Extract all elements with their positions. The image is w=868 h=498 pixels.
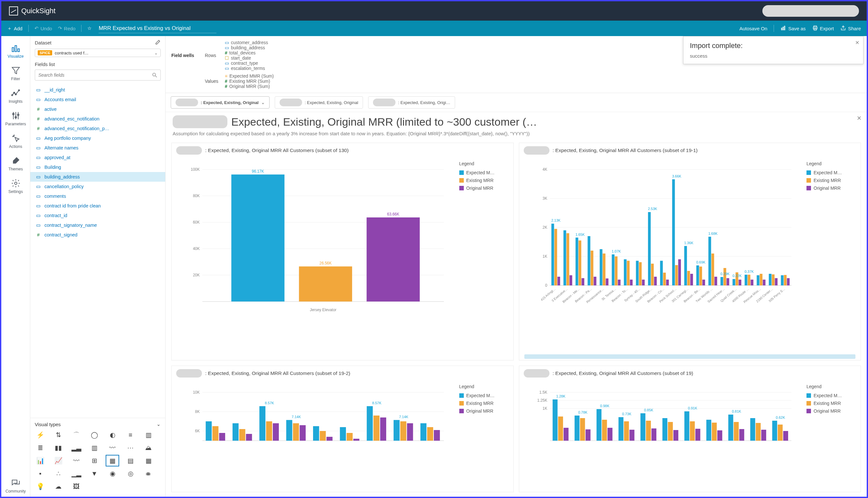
- field-__id_right[interactable]: ▭__id_right: [30, 85, 165, 95]
- horizontal-scrollbar[interactable]: [524, 354, 856, 359]
- visual-type-22[interactable]: ∴: [53, 469, 64, 478]
- field-Aeg-portfolio-company[interactable]: ▭Aeg portfolio company: [30, 133, 165, 143]
- sheet-tab-2[interactable]: : Expected, Existing, Origi…: [368, 96, 455, 108]
- rail-insights[interactable]: Insights: [1, 85, 30, 107]
- visual-type-7[interactable]: ≣: [35, 443, 46, 452]
- share-button[interactable]: Share: [840, 25, 861, 32]
- legend-item[interactable]: Expected M…: [806, 392, 855, 399]
- visual-type-11[interactable]: 〰: [107, 443, 118, 452]
- app-logo[interactable]: QuickSight: [9, 6, 55, 15]
- fieldwell-row-building_address[interactable]: ▭ building_address: [225, 45, 268, 50]
- field-contract_signed[interactable]: #contract_signed: [30, 230, 165, 240]
- chart-card-c4[interactable]: : Expected, Existing, Original MRR All C…: [519, 366, 861, 493]
- visual-type-27[interactable]: ⩩: [143, 469, 154, 478]
- visual-type-26[interactable]: ◎: [125, 469, 136, 478]
- fieldwell-value-2[interactable]: # Original MRR (Sum): [225, 84, 274, 89]
- rail-parameters[interactable]: Parameters: [1, 108, 30, 130]
- redo-button[interactable]: ↷ Redo: [58, 25, 76, 31]
- sheet-tab-1[interactable]: : Expected, Existing, Original: [275, 96, 363, 108]
- fieldwell-value-1[interactable]: # Existing MRR (Sum): [225, 79, 274, 84]
- field-Accounts-email[interactable]: ▭Accounts email: [30, 95, 165, 104]
- visual-type-17[interactable]: ⊞: [89, 456, 100, 465]
- visual-type-5[interactable]: ≡: [125, 430, 136, 440]
- visual-type-19[interactable]: ▤: [125, 456, 136, 465]
- visual-type-10[interactable]: ▥: [89, 443, 100, 452]
- field-contract-id-from-pride-clean[interactable]: ▭contract id from pride clean: [30, 201, 165, 211]
- visual-type-4[interactable]: ◐: [107, 430, 118, 440]
- chart-plot[interactable]: 20K40K60K80K100K96.17K26.56K63.66KJersey…: [175, 160, 455, 357]
- visual-type-15[interactable]: 📈: [53, 456, 64, 465]
- fieldwell-value-0[interactable]: ≡ Expected MMR (Sum): [225, 74, 274, 79]
- visual-type-18[interactable]: ▦: [107, 456, 118, 465]
- visual-type-6[interactable]: ▥: [143, 430, 154, 440]
- legend-item[interactable]: Existing MRR: [806, 176, 855, 184]
- legend-item[interactable]: Original MRR: [806, 407, 855, 415]
- rail-community[interactable]: Community: [1, 475, 30, 497]
- autosave-toggle[interactable]: Autosave On: [739, 26, 767, 31]
- analysis-title[interactable]: MRR Expected vs Existing vs Original: [98, 24, 216, 33]
- field-advanced_esc_notification[interactable]: #advanced_esc_notification: [30, 114, 165, 124]
- chevron-down-icon[interactable]: ⌄: [157, 421, 161, 427]
- chart-plot[interactable]: 1K1.25K1.5K1.28K0.78K0.98K0.73K0.85K0.91…: [523, 383, 802, 489]
- legend-item[interactable]: Expected M…: [459, 392, 508, 399]
- visual-type-3[interactable]: ◯: [89, 430, 100, 440]
- visual-type-23[interactable]: ▁▂: [71, 469, 82, 478]
- visual-type-30[interactable]: 🖼: [71, 482, 82, 491]
- field-contract_id[interactable]: ▭contract_id: [30, 211, 165, 220]
- save-as-button[interactable]: Save as: [780, 25, 805, 32]
- visual-type-1[interactable]: ⇅: [53, 430, 64, 440]
- field-building_address[interactable]: ▭building_address: [30, 172, 165, 182]
- field-comments[interactable]: ▭comments: [30, 191, 165, 201]
- legend-item[interactable]: Existing MRR: [806, 399, 855, 407]
- edit-dataset-button[interactable]: [155, 39, 161, 46]
- fieldwell-row-total_devices[interactable]: # total_devices: [225, 50, 268, 55]
- chart-plot[interactable]: 6K8K10K8.57K7.14K8.57K7.14K: [175, 383, 455, 489]
- visual-type-29[interactable]: ☁: [53, 482, 64, 491]
- legend-item[interactable]: Original MRR: [459, 184, 508, 192]
- sheet-tab-0[interactable]: : Expected, Existing, Original ⌄: [171, 96, 269, 108]
- visual-type-0[interactable]: ⚡: [35, 430, 46, 440]
- rail-actions[interactable]: Actions: [1, 130, 30, 152]
- undo-button[interactable]: ↶ Undo: [35, 25, 52, 31]
- star-icon[interactable]: ☆: [87, 25, 91, 31]
- visual-type-24[interactable]: ▼: [89, 469, 100, 478]
- visual-type-25[interactable]: ◉: [107, 469, 118, 478]
- dataset-selector[interactable]: SPICE contracts used f… ⌄: [35, 49, 161, 57]
- chart-card-c3[interactable]: : Expected, Existing, Original MRR All C…: [171, 366, 514, 493]
- field-Alternate-names[interactable]: ▭Alternate names: [30, 143, 165, 153]
- rail-settings[interactable]: Settings: [1, 175, 30, 197]
- visual-type-20[interactable]: ▦: [143, 456, 154, 465]
- add-button[interactable]: ＋ Add: [7, 25, 23, 31]
- visual-type-12[interactable]: ⋯: [125, 443, 136, 452]
- close-title-button[interactable]: ✕: [857, 115, 862, 122]
- visual-type-14[interactable]: 📊: [35, 456, 46, 465]
- rail-themes[interactable]: Themes: [1, 153, 30, 174]
- visual-type-8[interactable]: ▮▮: [53, 443, 64, 452]
- legend-item[interactable]: Existing MRR: [459, 399, 508, 407]
- field-advanced_esc_notification_p-[interactable]: #advanced_esc_notification_p…: [30, 124, 165, 133]
- fields-list[interactable]: ▭__id_right▭Accounts email#active#advanc…: [30, 84, 165, 418]
- rail-visualize[interactable]: Visualize: [1, 40, 30, 62]
- legend-item[interactable]: Existing MRR: [459, 176, 508, 184]
- fieldwell-row-contract_type[interactable]: ▭ contract_type: [225, 61, 268, 66]
- rail-filter[interactable]: Filter: [1, 63, 30, 84]
- user-menu-placeholder[interactable]: [762, 5, 859, 17]
- visual-type-2[interactable]: ⌒: [71, 430, 82, 440]
- fieldwell-row-escalation_terms[interactable]: ▭ escalation_terms: [225, 66, 268, 71]
- visual-type-13[interactable]: ⛰: [143, 443, 154, 452]
- field-active[interactable]: #active: [30, 104, 165, 114]
- legend-item[interactable]: Original MRR: [806, 184, 855, 192]
- chart-card-c2[interactable]: : Expected, Existing, Original MRR All C…: [519, 143, 861, 361]
- field-Building[interactable]: ▭Building: [30, 162, 165, 172]
- legend-item[interactable]: Original MRR: [459, 407, 508, 415]
- chart-card-c1[interactable]: : Expected, Existing, Original MRR All C…: [171, 143, 514, 361]
- export-button[interactable]: Export: [812, 25, 834, 32]
- field-approved_at[interactable]: ▭approved_at: [30, 153, 165, 162]
- visual-type-9[interactable]: ▂▃: [71, 443, 82, 452]
- legend-item[interactable]: Expected M…: [459, 169, 508, 176]
- search-input[interactable]: [35, 69, 161, 80]
- chart-plot[interactable]: 01K2K3K4K415 Arlingt…3 Executive…Beacon …: [523, 160, 802, 350]
- toast-close-button[interactable]: ✕: [855, 40, 859, 46]
- visual-type-16[interactable]: 〰: [71, 456, 82, 465]
- visual-type-21[interactable]: ▪: [35, 469, 46, 478]
